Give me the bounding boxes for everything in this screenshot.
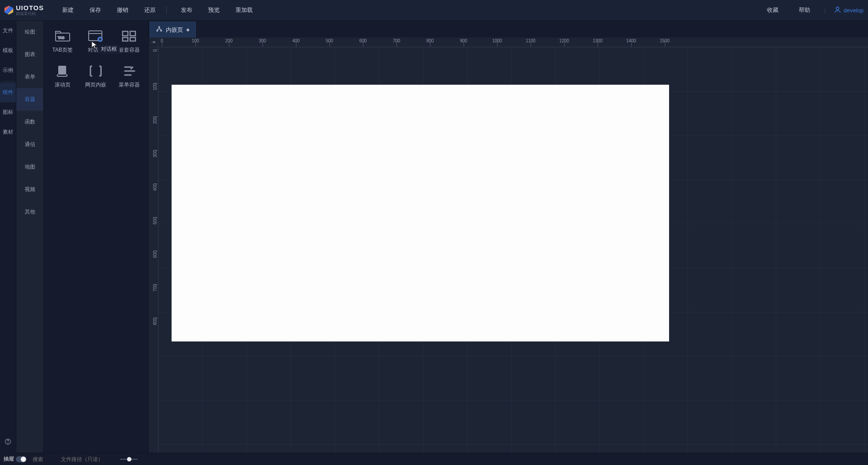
drawer-toggle[interactable]: 抽屉 [4, 455, 26, 463]
ruler-vertical[interactable]: 0100200300400500600700800 [149, 47, 158, 453]
canvas-page[interactable] [172, 85, 669, 341]
rail2-form[interactable]: 表单 [16, 66, 43, 88]
ruler-tick-label: 500 [153, 217, 158, 225]
status-bar: 抽屉 [0, 453, 868, 465]
canvas-tabstrip: 内嵌页 [149, 21, 868, 38]
rail2-draw[interactable]: 绘图 [16, 21, 43, 43]
canvas-tab-embedded[interactable]: 内嵌页 [150, 22, 196, 38]
menu-redo[interactable]: 还原 [138, 4, 162, 17]
logo[interactable]: UIOTOS 前端零代码 [4, 4, 52, 17]
logo-icon [4, 6, 13, 15]
palette-menu-container[interactable]: 菜单容器 [113, 61, 146, 92]
user-icon [834, 6, 842, 15]
rail1-separator [2, 81, 14, 82]
palette-label: 滚动页 [55, 81, 71, 89]
ruler-tick-label: 100 [192, 38, 199, 43]
svg-text:TAB: TAB [58, 36, 64, 40]
ruler-tick-label: 1000 [492, 38, 502, 43]
menu-separator [166, 6, 167, 14]
menu-right-group: 发布 预览 重加载 [175, 4, 259, 17]
component-palette: TAB TAB页签 对话框 [44, 21, 149, 453]
rail2-container[interactable]: 容器 [16, 88, 43, 111]
rail1-assets[interactable]: 素材 [0, 122, 16, 142]
palette-dialog[interactable]: 对话框 [80, 26, 112, 57]
ruler-tick-label: 0 [153, 49, 158, 52]
canvas-viewport[interactable]: ⇥ 01002003004005006007008009001000110012… [149, 38, 868, 453]
menu-new[interactable]: 新建 [56, 4, 80, 17]
menu-publish[interactable]: 发布 [175, 4, 198, 17]
ruler-tick-label: 1500 [660, 38, 670, 43]
palette-label: TAB页签 [52, 46, 73, 54]
menu-help[interactable]: 帮助 [793, 4, 816, 17]
sidebar-rail-secondary: 绘图 图表 表单 容器 函数 通信 地图 视频 其他 [16, 21, 44, 453]
svg-point-12 [159, 26, 160, 28]
menu-container-icon [120, 64, 138, 78]
zoom-slider[interactable] [120, 459, 138, 460]
svg-rect-8 [130, 31, 135, 36]
palette-label: 网页内嵌 [85, 81, 106, 89]
topbar-right: 收藏 帮助 | develop [761, 4, 864, 17]
palette-scroll-page[interactable]: 滚动页 [46, 61, 79, 92]
drawer-toggle-label: 抽屉 [4, 455, 14, 463]
ruler-tick-label: 600 [359, 38, 367, 43]
dialog-icon [87, 30, 105, 43]
topbar-separator: | [824, 7, 826, 14]
ruler-tick-label: 1200 [559, 38, 569, 43]
menu-undo[interactable]: 撤销 [111, 4, 135, 17]
rail2-comm[interactable]: 通信 [16, 133, 43, 156]
svg-point-0 [836, 7, 839, 10]
tab-pages-icon: TAB [54, 30, 71, 43]
sidebar-rail-primary: 文件 模板 示例 组件 图标 素材 [0, 21, 16, 453]
user-name: develop [843, 7, 864, 14]
svg-point-13 [157, 30, 158, 31]
rail1-components[interactable]: 组件 [0, 82, 16, 102]
svg-point-2 [8, 443, 8, 443]
rail1-examples[interactable]: 示例 [0, 60, 16, 80]
svg-point-14 [161, 30, 162, 31]
palette-nested-container[interactable]: 嵌套容器 [113, 26, 146, 57]
rail2-other[interactable]: 其他 [16, 201, 43, 223]
palette-tab-pages[interactable]: TAB TAB页签 [46, 26, 79, 57]
palette-iframe[interactable]: 网页内嵌 [80, 61, 112, 92]
palette-label: 对话框 [88, 46, 104, 54]
topbar: UIOTOS 前端零代码 新建 保存 撤销 还原 发布 预览 重加载 收藏 帮助… [0, 0, 868, 21]
logo-title: UIOTOS [16, 4, 44, 11]
question-icon [4, 438, 11, 446]
slider-thumb-icon [127, 457, 131, 461]
logo-subtitle: 前端零代码 [16, 11, 44, 17]
rail1-help-button[interactable] [0, 435, 16, 449]
ruler-tick-label: 700 [153, 284, 158, 292]
ruler-tick-label: 600 [153, 251, 158, 258]
hierarchy-icon [156, 26, 162, 34]
ruler-tick-label: 1100 [526, 38, 535, 43]
user-account[interactable]: develop [834, 6, 864, 15]
tab-label: 内嵌页 [166, 26, 183, 34]
nested-container-icon [120, 30, 138, 43]
ruler-tick-label: 0 [161, 38, 163, 43]
canvas-surface[interactable] [158, 47, 868, 453]
ruler-tick-label: 1300 [593, 38, 602, 43]
search-input[interactable] [33, 456, 55, 462]
menu-preview[interactable]: 预览 [202, 4, 226, 17]
ruler-tick-label: 1400 [626, 38, 636, 43]
rail2-chart[interactable]: 图表 [16, 43, 43, 66]
iframe-icon [87, 64, 105, 78]
ruler-tick-label: 800 [153, 318, 158, 325]
svg-rect-11 [58, 66, 66, 75]
ruler-corner[interactable]: ⇥ [149, 38, 158, 47]
rail2-video[interactable]: 视频 [16, 178, 43, 201]
ruler-tick-label: 900 [460, 38, 468, 43]
rail1-files[interactable]: 文件 [0, 21, 16, 41]
menu-reload[interactable]: 重加载 [229, 4, 259, 17]
filepath-input[interactable] [61, 456, 114, 462]
ruler-horizontal[interactable]: 0100200300400500600700800900100011001200… [158, 38, 868, 47]
rail1-icons[interactable]: 图标 [0, 102, 16, 122]
rail2-map[interactable]: 地图 [16, 156, 43, 178]
rail1-templates[interactable]: 模板 [0, 41, 16, 60]
ruler-tick-label: 400 [292, 38, 300, 43]
menu-save[interactable]: 保存 [83, 4, 107, 17]
svg-rect-9 [123, 38, 128, 41]
menu-favorite[interactable]: 收藏 [761, 4, 785, 17]
ruler-tick-label: 400 [153, 184, 158, 191]
rail2-function[interactable]: 函数 [16, 111, 43, 133]
